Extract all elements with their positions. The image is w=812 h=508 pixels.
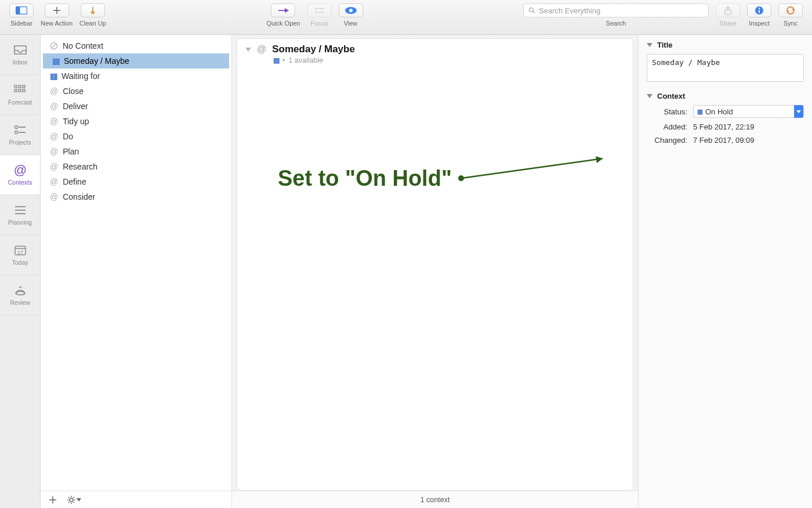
toolbar-view[interactable]: View (339, 3, 363, 27)
at-icon: @ (50, 117, 58, 126)
perspective-sidebar: Inbox Forecast Projects @ (0, 35, 41, 508)
svg-rect-6 (92, 7, 93, 11)
context-row[interactable]: @Research (41, 159, 231, 174)
sync-icon (785, 6, 796, 15)
svg-rect-24 (19, 85, 21, 88)
inspect-button[interactable] (747, 3, 771, 17)
toolbar-inspect[interactable]: Inspect (747, 3, 771, 27)
toolbar-quick-open[interactable]: Quick Open (266, 3, 300, 27)
context-row[interactable]: No Context (41, 38, 231, 53)
detail-subtitle: ▮▮ • 1 available (273, 56, 625, 64)
at-icon: @ (50, 147, 58, 156)
toolbar-new-action[interactable]: New Action (41, 3, 72, 27)
broom-icon (88, 6, 97, 15)
svg-rect-23 (14, 85, 17, 88)
at-icon: @ (257, 44, 266, 55)
quick-open-button[interactable] (271, 3, 295, 17)
toolbar-label: Quick Open (266, 20, 300, 27)
svg-rect-10 (315, 12, 318, 13)
add-context-button[interactable] (49, 496, 57, 504)
svg-point-14 (530, 8, 534, 12)
context-row[interactable]: @Define (41, 174, 231, 189)
svg-line-50 (68, 497, 70, 498)
clean-up-button[interactable] (81, 3, 105, 17)
on-hold-icon: ▮▮ (50, 71, 57, 81)
status-bar: 1 context (232, 491, 638, 508)
plus-icon (49, 496, 57, 504)
contexts-icon: @ (13, 164, 28, 176)
toolbar-label: Inspect (749, 20, 769, 27)
added-value: 5 Feb 2017, 22:19 (693, 123, 804, 131)
context-list: No Context▮▮Someday / Maybe▮▮Waiting for… (41, 35, 231, 491)
perspective-review[interactable]: Review (0, 275, 40, 315)
changed-value: 7 Feb 2017, 09:09 (693, 136, 804, 145)
projects-icon (13, 124, 28, 136)
svg-text:17: 17 (17, 250, 23, 255)
today-icon: 17 (13, 244, 28, 257)
sidebar-button[interactable] (9, 3, 34, 17)
sidebar-icon (16, 6, 27, 15)
focus-icon (314, 7, 325, 14)
view-button[interactable] (339, 3, 363, 17)
context-row-label: Waiting for (61, 71, 100, 81)
context-row[interactable]: @Close (41, 84, 231, 99)
search-input[interactable]: Search Everything (523, 3, 709, 17)
context-row-label: Tidy up (63, 117, 89, 126)
disclosure-triangle-icon[interactable] (647, 94, 652, 98)
status-select[interactable]: ▮▮ On Hold (693, 105, 804, 118)
context-row[interactable]: @Deliver (41, 99, 231, 114)
inspector-context-section: Context Status: ▮▮ On Hold Added: 5 Feb … (647, 92, 804, 145)
toolbar-sync[interactable]: Sync (778, 3, 803, 27)
svg-text:@: @ (13, 164, 26, 176)
perspective-today[interactable]: 17 Today (0, 235, 40, 275)
inspector-section-label: Context (657, 92, 685, 100)
status-bar-text: 1 context (420, 496, 450, 504)
svg-line-42 (52, 44, 56, 48)
at-icon: @ (50, 192, 58, 201)
new-action-button[interactable] (45, 3, 69, 17)
toolbar-clean-up[interactable]: Clean Up (79, 3, 106, 27)
context-row[interactable]: @Tidy up (41, 114, 231, 129)
svg-line-15 (533, 12, 535, 13)
title-input[interactable] (647, 54, 804, 82)
at-icon: @ (50, 177, 58, 186)
toolbar-sidebar[interactable]: Sidebar (9, 3, 34, 27)
svg-rect-27 (19, 89, 21, 92)
svg-line-52 (68, 502, 70, 503)
toolbar-label: Search (606, 20, 626, 27)
disclosure-triangle-icon[interactable] (245, 48, 251, 52)
perspective-forecast[interactable]: Forecast (0, 75, 40, 115)
perspective-inbox[interactable]: Inbox (0, 35, 40, 75)
svg-point-19 (759, 8, 760, 9)
context-row-label: Do (63, 132, 73, 141)
center-panel: @ Someday / Maybe ▮▮ • 1 available Set t… (232, 35, 638, 508)
settings-menu-button[interactable] (67, 496, 81, 504)
annotation-text: Set to "On Hold" (278, 166, 452, 191)
context-row[interactable]: ▮▮Someday / Maybe (43, 53, 229, 69)
toolbar-share: Share (716, 3, 740, 27)
review-icon (13, 284, 28, 297)
context-row[interactable]: @Consider (41, 189, 231, 204)
share-button (716, 3, 740, 17)
context-row-label: Research (63, 162, 97, 171)
perspective-label: Forecast (8, 99, 32, 106)
disclosure-triangle-icon[interactable] (647, 43, 652, 47)
forecast-icon (13, 84, 28, 96)
context-row[interactable]: ▮▮Waiting for (41, 69, 231, 84)
perspective-planning[interactable]: Planning (0, 195, 40, 235)
detail-available-count: 1 available (288, 56, 323, 64)
svg-rect-26 (14, 89, 17, 92)
svg-line-51 (74, 502, 75, 503)
toolbar-search[interactable]: Search Everything Search (523, 3, 709, 27)
svg-point-29 (14, 126, 17, 129)
context-row[interactable]: @Do (41, 129, 231, 144)
perspective-label: Contexts (8, 179, 32, 186)
context-row[interactable]: @Plan (41, 144, 231, 159)
svg-line-53 (74, 497, 75, 498)
at-icon: @ (50, 102, 58, 111)
on-hold-icon: ▮▮ (52, 56, 59, 66)
sync-button[interactable] (778, 3, 803, 17)
perspective-projects[interactable]: Projects (0, 115, 40, 155)
svg-rect-1 (16, 7, 20, 15)
perspective-contexts[interactable]: @ Contexts (0, 155, 40, 195)
